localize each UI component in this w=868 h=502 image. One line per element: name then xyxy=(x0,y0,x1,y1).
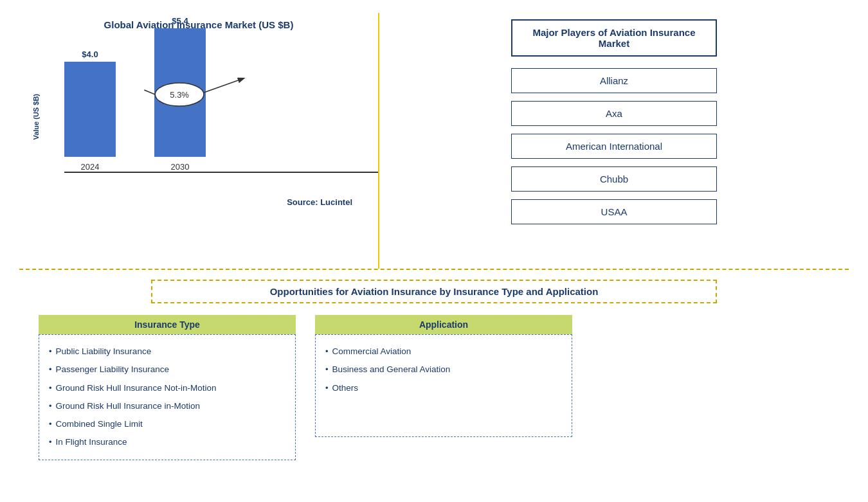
bar-2024 xyxy=(64,62,116,157)
player-item-chubb: Chubb xyxy=(511,166,717,192)
bullet-2: • xyxy=(49,363,52,376)
bar-value-2024: $4.0 xyxy=(82,49,98,59)
app-text-2: Business and General Aviation xyxy=(332,363,451,376)
player-item-american: American International xyxy=(511,134,717,159)
player-item-allianz: Allianz xyxy=(511,68,717,93)
bars-container: $4.0 2024 $5.4 2030 xyxy=(45,43,365,191)
x-axis-line xyxy=(64,172,378,173)
opp-item-6: • In Flight Insurance xyxy=(49,433,285,451)
bullet-1: • xyxy=(49,345,52,358)
opp-item-1: • Public Liability Insurance xyxy=(49,343,285,361)
insurance-type-column: Insurance Type • Public Liability Insura… xyxy=(39,315,296,460)
bar-label-2024: 2024 xyxy=(81,162,100,172)
top-section: Global Aviation Insurance Market (US $B)… xyxy=(19,13,849,270)
player-item-axa: Axa xyxy=(511,101,717,126)
item-text-4: Ground Risk Hull Insurance in-Motion xyxy=(56,400,200,413)
application-items: • Commercial Aviation • Business and Gen… xyxy=(315,334,572,437)
chart-section: Global Aviation Insurance Market (US $B)… xyxy=(19,13,379,269)
app-bullet-2: • xyxy=(325,363,329,376)
item-text-2: Passenger Liability Insurance xyxy=(56,363,169,376)
app-item-1: • Commercial Aviation xyxy=(325,343,562,361)
chart-area: Value (US $B) $4.0 2024 xyxy=(32,43,365,223)
opportunities-title: Opportunities for Aviation Insurance by … xyxy=(151,280,717,303)
opp-item-5: • Combined Single Limit xyxy=(49,415,285,433)
opp-item-4: • Ground Risk Hull Insurance in-Motion xyxy=(49,397,285,415)
y-axis-label: Value (US $B) xyxy=(32,94,40,140)
app-text-3: Others xyxy=(332,382,359,395)
opp-item-3: • Ground Risk Hull Insurance Not-in-Moti… xyxy=(49,379,285,397)
bullet-5: • xyxy=(49,418,52,431)
app-text-1: Commercial Aviation xyxy=(332,345,411,358)
main-container: Global Aviation Insurance Market (US $B)… xyxy=(0,0,868,502)
bullet-4: • xyxy=(49,400,52,413)
insurance-type-items: • Public Liability Insurance • Passenger… xyxy=(39,334,296,460)
app-bullet-3: • xyxy=(325,382,329,395)
opportunities-content: Insurance Type • Public Liability Insura… xyxy=(26,315,842,460)
app-item-3: • Others xyxy=(325,379,562,397)
players-title: Major Players of Aviation Insurance Mark… xyxy=(511,19,717,57)
opp-item-2: • Passenger Liability Insurance xyxy=(49,361,285,379)
bar-value-2030: $5.4 xyxy=(172,16,188,26)
app-bullet-1: • xyxy=(325,345,329,358)
bullet-6: • xyxy=(49,436,52,449)
bar-2030 xyxy=(154,28,206,157)
bar-group-2024: $4.0 2024 xyxy=(64,49,116,172)
item-text-5: Combined Single Limit xyxy=(56,418,143,431)
item-text-3: Ground Risk Hull Insurance Not-in-Motion xyxy=(56,382,217,395)
source-text: Source: Lucintel xyxy=(32,197,365,207)
insurance-type-header: Insurance Type xyxy=(39,315,296,334)
item-text-6: In Flight Insurance xyxy=(56,436,127,449)
bars-row: $4.0 2024 $5.4 2030 xyxy=(45,43,365,172)
app-item-2: • Business and General Aviation xyxy=(325,361,562,379)
bar-group-2030: $5.4 2030 xyxy=(154,16,206,172)
player-item-usaa: USAA xyxy=(511,199,717,224)
bottom-section: Opportunities for Aviation Insurance by … xyxy=(19,270,849,489)
chart-inner: Value (US $B) $4.0 2024 xyxy=(32,43,365,191)
bar-label-2030: 2030 xyxy=(171,162,190,172)
application-column: Application • Commercial Aviation • Busi… xyxy=(315,315,572,460)
players-section: Major Players of Aviation Insurance Mark… xyxy=(379,13,849,269)
bullet-3: • xyxy=(49,382,52,395)
item-text-1: Public Liability Insurance xyxy=(56,345,152,358)
application-header: Application xyxy=(315,315,572,334)
